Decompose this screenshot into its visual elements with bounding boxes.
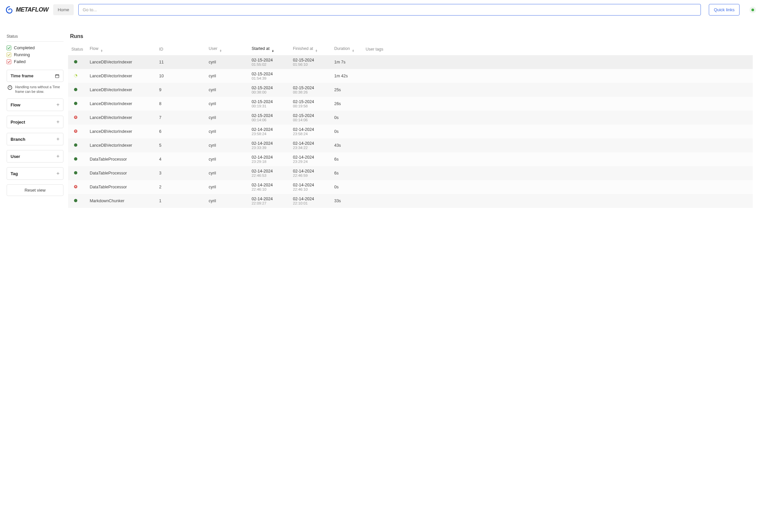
filter-project[interactable]: Project+ xyxy=(7,115,63,128)
cell-user-tags xyxy=(362,180,753,194)
sort-icon: ▲▼ xyxy=(219,49,222,52)
main-content: Runs Status Flow▲▼ ID User▲▼ Started at▲… xyxy=(63,20,762,221)
checkbox-checked-icon xyxy=(7,45,11,50)
sort-icon: ▲▼ xyxy=(352,49,354,52)
cell-status xyxy=(68,124,86,138)
home-button[interactable]: Home xyxy=(53,4,74,15)
cell-started: 02-15-202401:54:39 xyxy=(248,69,289,83)
status-running-icon xyxy=(74,74,77,77)
cell-started: 02-14-202422:46:53 xyxy=(248,166,289,180)
cell-user-tags xyxy=(362,83,753,97)
filter-label: Project xyxy=(11,119,25,124)
column-header-user-tags[interactable]: User tags xyxy=(362,44,753,55)
svg-rect-0 xyxy=(55,74,59,77)
filter-flow[interactable]: Flow+ xyxy=(7,99,63,111)
plus-icon: + xyxy=(56,136,59,142)
table-row[interactable]: LanceDBVectorIndexer11cyril02-15-202401:… xyxy=(68,55,753,69)
cell-user-tags xyxy=(362,124,753,138)
cell-user-tags xyxy=(362,69,753,83)
cell-started: 02-14-202423:33:39 xyxy=(248,138,289,152)
cell-duration: 43s xyxy=(331,138,362,152)
plus-icon: + xyxy=(56,102,59,108)
cell-duration: 1m 7s xyxy=(331,55,362,69)
status-filter-running[interactable]: Running xyxy=(7,51,63,58)
cell-user-tags xyxy=(362,111,753,124)
table-row[interactable]: LanceDBVectorIndexer8cyril02-15-202400:1… xyxy=(68,97,753,111)
cell-user-tags xyxy=(362,152,753,166)
table-row[interactable]: LanceDBVectorIndexer5cyril02-14-202423:3… xyxy=(68,138,753,152)
status-filter-completed[interactable]: Completed xyxy=(7,44,63,51)
cell-started: 02-15-202400:14:06 xyxy=(248,111,289,124)
cell-flow: LanceDBVectorIndexer xyxy=(86,83,156,97)
reset-view-button[interactable]: Reset view xyxy=(7,185,63,196)
cell-duration: 26s xyxy=(331,97,362,111)
filter-tag[interactable]: Tag+ xyxy=(7,167,63,180)
column-header-duration[interactable]: Duration▲▼ xyxy=(331,44,362,55)
table-row[interactable]: LanceDBVectorIndexer9cyril02-15-202400:3… xyxy=(68,83,753,97)
table-row[interactable]: LanceDBVectorIndexer10cyril02-15-202401:… xyxy=(68,69,753,83)
status-section-title: Status xyxy=(7,20,63,41)
column-header-user[interactable]: User▲▼ xyxy=(205,44,248,55)
status-done-icon xyxy=(74,143,77,147)
filter-label: Branch xyxy=(11,137,26,142)
cell-user: cyril xyxy=(205,55,248,69)
filter-branch[interactable]: Branch+ xyxy=(7,133,63,145)
cell-started: 02-14-202422:09:27 xyxy=(248,194,289,208)
filter-label: Flow xyxy=(11,103,21,108)
table-row[interactable]: DataTableProcessor3cyril02-14-202422:46:… xyxy=(68,166,753,180)
timeframe-warning-text: Handling runs without a Time frame can b… xyxy=(15,85,63,94)
cell-user: cyril xyxy=(205,69,248,83)
cell-duration: 0s xyxy=(331,180,362,194)
status-done-icon xyxy=(74,171,77,175)
cell-finished: 02-14-202423:58:24 xyxy=(289,124,331,138)
status-filter-label: Completed xyxy=(14,45,35,50)
timeframe-filter[interactable]: Time frame xyxy=(7,70,63,82)
table-row[interactable]: LanceDBVectorIndexer6cyril02-14-202423:5… xyxy=(68,124,753,138)
cell-id: 11 xyxy=(156,55,205,69)
table-row[interactable]: LanceDBVectorIndexer7cyril02-15-202400:1… xyxy=(68,111,753,124)
cell-flow: LanceDBVectorIndexer xyxy=(86,124,156,138)
cell-user: cyril xyxy=(205,111,248,124)
status-done-icon xyxy=(74,102,77,105)
header-bar: METAFLOW Home Quick links xyxy=(0,0,762,20)
cell-duration: 33s xyxy=(331,194,362,208)
status-filter-list: Completed Running Failed xyxy=(7,41,63,65)
brand-logo: METAFLOW xyxy=(5,6,48,14)
cell-finished: 02-14-202422:10:01 xyxy=(289,194,331,208)
column-header-started-at[interactable]: Started at▲▼ xyxy=(248,44,289,55)
cell-user: cyril xyxy=(205,124,248,138)
warning-circle-icon xyxy=(7,85,13,90)
cell-duration: 0s xyxy=(331,111,362,124)
status-done-icon xyxy=(74,60,77,63)
table-row[interactable]: MarkdownChunker1cyril02-14-202422:09:270… xyxy=(68,194,753,208)
cell-user: cyril xyxy=(205,166,248,180)
status-failed-icon xyxy=(74,115,77,119)
column-header-finished-at[interactable]: Finished at▲▼ xyxy=(289,44,331,55)
cell-id: 8 xyxy=(156,97,205,111)
table-row[interactable]: DataTableProcessor2cyril02-14-202422:46:… xyxy=(68,180,753,194)
cell-id: 9 xyxy=(156,83,205,97)
cell-finished xyxy=(289,69,331,83)
quick-links-button[interactable]: Quick links xyxy=(709,4,739,16)
search-input[interactable] xyxy=(78,4,701,16)
cell-user-tags xyxy=(362,166,753,180)
column-header-id[interactable]: ID xyxy=(156,44,205,55)
cell-user: cyril xyxy=(205,138,248,152)
cell-id: 1 xyxy=(156,194,205,208)
cell-status xyxy=(68,69,86,83)
cell-started: 02-14-202423:58:24 xyxy=(248,124,289,138)
column-header-status[interactable]: Status xyxy=(68,44,86,55)
status-failed-icon xyxy=(74,185,77,189)
cell-flow: LanceDBVectorIndexer xyxy=(86,69,156,83)
filter-user[interactable]: User+ xyxy=(7,150,63,163)
cell-id: 10 xyxy=(156,69,205,83)
status-filter-failed[interactable]: Failed xyxy=(7,58,63,65)
cell-user: cyril xyxy=(205,194,248,208)
status-filter-label: Running xyxy=(14,52,30,57)
cell-started: 02-15-202401:55:02 xyxy=(248,55,289,69)
column-header-flow[interactable]: Flow▲▼ xyxy=(86,44,156,55)
cell-started: 02-15-202400:38:00 xyxy=(248,83,289,97)
table-row[interactable]: DataTableProcessor4cyril02-14-202423:29:… xyxy=(68,152,753,166)
cell-flow: DataTableProcessor xyxy=(86,180,156,194)
cell-user-tags xyxy=(362,194,753,208)
